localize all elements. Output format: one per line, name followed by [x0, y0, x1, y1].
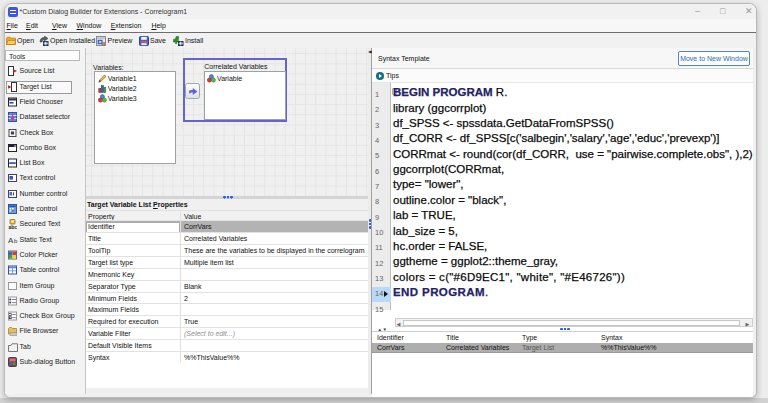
- svg-text:b: b: [14, 238, 18, 244]
- svg-text:abc: abc: [9, 224, 18, 229]
